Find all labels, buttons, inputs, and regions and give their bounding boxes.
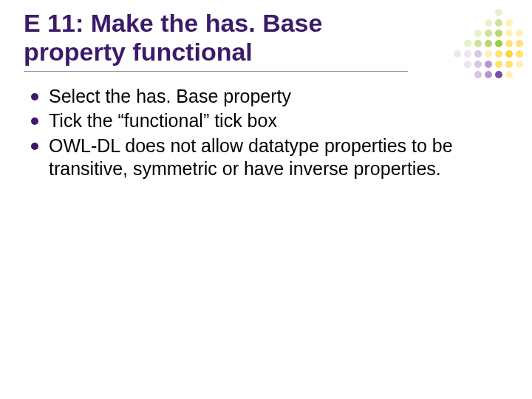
list-item: Select the has. Base property [28, 85, 508, 108]
dot-icon [463, 69, 473, 80]
bullet-text: OWL-DL does not allow datatype propertie… [49, 135, 453, 179]
dot-icon [504, 69, 514, 80]
body-bullet-list: Select the has. Base property Tick the “… [28, 85, 508, 180]
dot-icon [514, 69, 525, 80]
dot-icon [514, 59, 525, 69]
dot-icon [514, 18, 525, 28]
slide-title: E 11: Make the has. Base property functi… [24, 9, 390, 66]
dot-icon [514, 7, 525, 18]
dot-icon [473, 69, 483, 80]
dot-icon [494, 69, 504, 80]
dot-icon [452, 69, 463, 80]
title-block: E 11: Make the has. Base property functi… [24, 9, 508, 66]
bullet-text: Select the has. Base property [49, 86, 291, 106]
slide: E 11: Make the has. Base property functi… [0, 0, 532, 399]
bullet-text: Tick the “functional” tick box [49, 110, 277, 131]
title-divider [24, 71, 408, 72]
dot-icon [514, 28, 525, 38]
list-item: OWL-DL does not allow datatype propertie… [28, 134, 508, 181]
dot-icon [514, 49, 525, 59]
dot-icon [483, 69, 494, 80]
list-item: Tick the “functional” tick box [28, 109, 508, 132]
dot-icon [514, 38, 525, 49]
